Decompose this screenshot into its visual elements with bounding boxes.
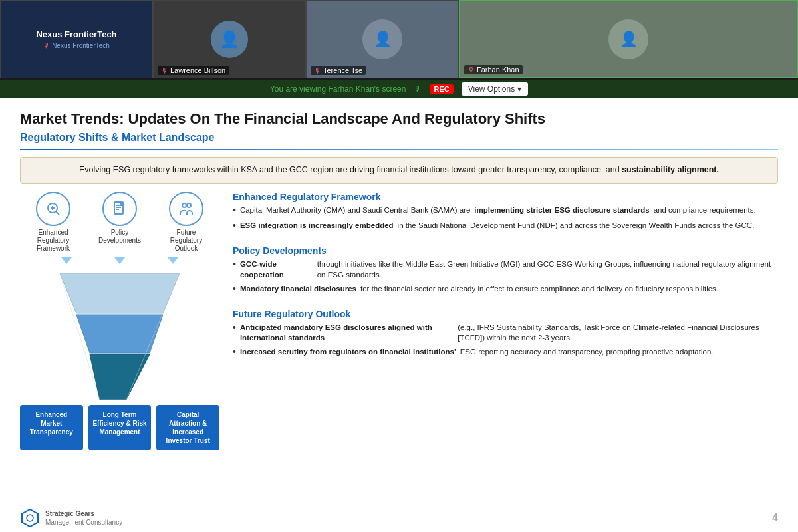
farhan-video: 👤 🎙 Farhan Khan <box>459 0 798 78</box>
slide-title: Market Trends: Updates On The Financial … <box>20 110 778 128</box>
lawrence-video: 👤 🎙 Lawrence Billson <box>153 0 306 78</box>
rec-badge: REC <box>430 84 453 94</box>
lawrence-nametag: 🎙 Lawrence Billson <box>158 66 229 75</box>
footer-bar: Strategic Gears Management Consultancy 4 <box>0 508 798 528</box>
market-transparency-box: Enhanced Market Transparency <box>20 405 83 450</box>
page-number: 4 <box>772 512 778 524</box>
divider-line <box>20 149 778 150</box>
left-panel: EnhancedRegulatoryFramework PolicyDevelo… <box>20 192 219 527</box>
bullet-5: Anticipated mandatory ESG disclosures al… <box>233 322 778 343</box>
bullet-3: GCC-wide cooperation through initiatives… <box>233 259 778 280</box>
bottom-boxes: Enhanced Market Transparency Long Term E… <box>20 405 219 450</box>
nexus-title: Nexus FrontierTech <box>36 29 116 39</box>
icon-item-policy: PolicyDevelopments <box>93 192 146 253</box>
logo-text: Strategic Gears Management Consultancy <box>45 509 122 527</box>
enhanced-reg-heading: Enhanced Regulatory Framework <box>233 192 778 202</box>
viewing-bar: You are viewing Farhan Khan's screen 🎙 R… <box>0 80 798 98</box>
section-future-reg: Future Regulatory Outlook Anticipated ma… <box>233 309 778 362</box>
bullet-2: ESG integration is increasingly embedded… <box>233 220 778 233</box>
section-enhanced-reg: Enhanced Regulatory Framework Capital Ma… <box>233 192 778 236</box>
efficiency-risk-box: Long Term Efficiency & Risk Management <box>88 405 152 450</box>
policy-dev-heading: Policy Developments <box>233 245 778 256</box>
svg-marker-10 <box>22 509 38 527</box>
mic-icon: 🎙 <box>43 42 50 49</box>
terence-video: 👤 🎙 Terence Tse <box>306 0 459 78</box>
slide-area: Market Trends: Updates On The Financial … <box>0 98 798 532</box>
svg-line-1 <box>56 211 59 215</box>
view-options-button[interactable]: View Options ▾ <box>462 82 528 96</box>
mic-icon-viewing: 🎙 <box>414 84 422 94</box>
icon-item-enhanced-reg: EnhancedRegulatoryFramework <box>27 192 80 253</box>
svg-point-11 <box>27 515 33 521</box>
nexus-panel: Nexus FrontierTech 🎙 Nexus FrontierTech <box>0 0 153 78</box>
chart-icon <box>36 192 70 226</box>
funnel-diagram <box>47 267 193 400</box>
main-content: EnhancedRegulatoryFramework PolicyDevelo… <box>20 192 778 527</box>
logo-area: Strategic Gears Management Consultancy <box>20 508 122 528</box>
people-icon <box>169 192 203 226</box>
section-policy-dev: Policy Developments GCC-wide cooperation… <box>233 245 778 299</box>
future-reg-label: FutureRegulatoryOutlook <box>170 229 202 253</box>
bullet-6: Increased scrutiny from regulators on fi… <box>233 346 778 359</box>
mic-icon-farhan: 🎙 <box>467 66 475 74</box>
lawrence-avatar: 👤 <box>211 21 248 58</box>
arrows-row <box>40 256 200 265</box>
nexus-subtitle: 🎙 Nexus FrontierTech <box>43 42 110 49</box>
icon-item-future: FutureRegulatoryOutlook <box>160 192 213 253</box>
policy-dev-label: PolicyDevelopments <box>98 229 141 245</box>
document-icon <box>102 192 137 226</box>
bullet-1: Capital Market Authority (CMA) and Saudi… <box>233 205 778 217</box>
icons-row: EnhancedRegulatoryFramework PolicyDevelo… <box>20 192 219 253</box>
svg-point-8 <box>182 203 186 207</box>
terence-nametag: 🎙 Terence Tse <box>311 66 366 75</box>
mic-icon-lawrence: 🎙 <box>161 66 168 74</box>
intro-box: Evolving ESG regulatory frameworks withi… <box>20 157 778 184</box>
enhanced-reg-label: EnhancedRegulatoryFramework <box>37 229 70 253</box>
video-bar: Nexus FrontierTech 🎙 Nexus FrontierTech … <box>0 0 798 80</box>
arrow-icon-3 <box>168 257 178 264</box>
farhan-avatar: 👤 <box>608 19 648 59</box>
future-reg-heading: Future Regulatory Outlook <box>233 309 778 319</box>
viewing-text: You are viewing Farhan Khan's screen <box>270 84 406 94</box>
farhan-nametag: 🎙 Farhan Khan <box>464 65 523 74</box>
strategic-gears-logo <box>20 508 40 528</box>
chevron-down-icon: ▾ <box>517 84 521 94</box>
slide-subtitle: Regulatory Shifts & Market Landscape <box>20 132 778 144</box>
capital-attraction-box: Capital Attraction & Increased Investor … <box>156 405 219 450</box>
funnel-svg <box>47 267 193 400</box>
arrow-icon-1 <box>61 257 72 264</box>
mic-icon-terence: 🎙 <box>314 66 321 74</box>
svg-point-9 <box>187 203 191 207</box>
arrow-icon-2 <box>114 257 125 264</box>
terence-avatar: 👤 <box>362 19 402 59</box>
bullet-4: Mandatory financial disclosures for the … <box>233 283 778 296</box>
right-panel: Enhanced Regulatory Framework Capital Ma… <box>233 192 778 527</box>
